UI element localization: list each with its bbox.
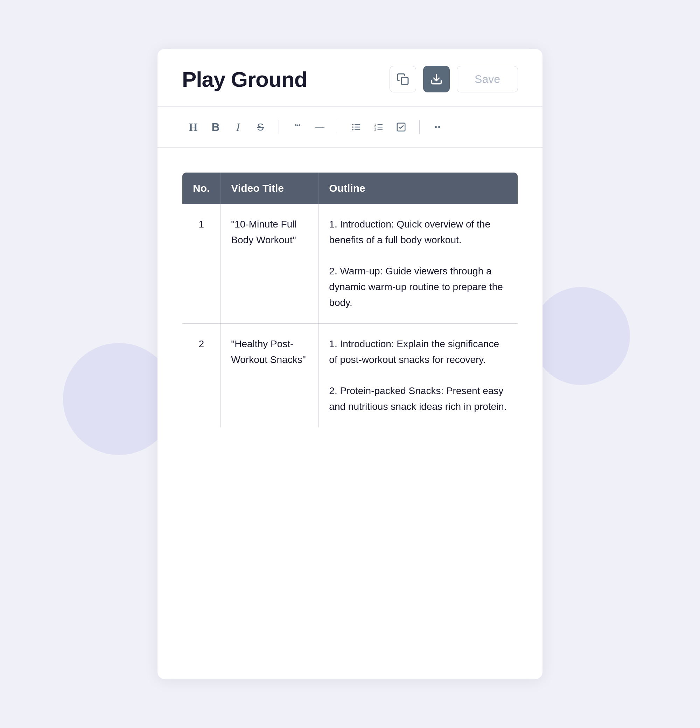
strikethrough-button[interactable]: S xyxy=(251,117,270,137)
svg-text:2: 2 xyxy=(374,128,376,131)
checkbox-icon xyxy=(396,122,406,132)
checkbox-button[interactable] xyxy=(391,117,411,137)
toolbar-group-block: ““ — xyxy=(286,117,331,137)
table-row: 1 "10-Minute Full Body Workout" 1. Intro… xyxy=(182,204,518,324)
bullet-list-button[interactable] xyxy=(346,117,366,137)
more-options-button[interactable]: •• xyxy=(428,117,447,137)
cell-outline-1: 1. Introduction: Quick overview of the b… xyxy=(319,204,518,324)
decoration-blob-right xyxy=(532,287,630,385)
header-actions: Save xyxy=(390,66,518,92)
download-button[interactable] xyxy=(423,66,450,92)
content-area: No. Video Title Outline 1 "10-Minute Ful… xyxy=(157,148,543,442)
quote-button[interactable]: ““ xyxy=(287,117,307,137)
numbered-list-icon: 1 ½ 2 xyxy=(374,122,384,132)
copy-icon xyxy=(397,73,409,85)
bullet-list-icon xyxy=(351,122,362,132)
download-icon xyxy=(430,73,443,85)
col-header-title: Video Title xyxy=(221,173,319,204)
cell-title-1: "10-Minute Full Body Workout" xyxy=(221,204,319,324)
bold-button[interactable]: B xyxy=(206,117,225,137)
cell-outline-2: 1. Introduction: Explain the significanc… xyxy=(319,324,518,428)
col-header-no: No. xyxy=(182,173,221,204)
svg-point-5 xyxy=(352,124,354,125)
table-row: 2 "Healthy Post-Workout Snacks" 1. Intro… xyxy=(182,324,518,428)
main-card: Play Ground xyxy=(157,49,543,679)
copy-button[interactable] xyxy=(390,66,416,92)
toolbar-sep-3 xyxy=(419,120,420,134)
cell-no-1: 1 xyxy=(182,204,221,324)
heading-button[interactable]: H xyxy=(183,117,203,137)
toolbar-sep-1 xyxy=(279,120,279,134)
svg-point-7 xyxy=(352,129,354,130)
page-wrapper: Play Ground xyxy=(0,0,700,728)
divider-button[interactable]: — xyxy=(310,117,329,137)
cell-title-2: "Healthy Post-Workout Snacks" xyxy=(221,324,319,428)
toolbar: H B I S ““ — xyxy=(157,107,543,148)
svg-point-6 xyxy=(352,126,354,128)
svg-rect-0 xyxy=(401,78,408,85)
col-header-outline: Outline xyxy=(319,173,518,204)
toolbar-group-more: •• xyxy=(427,117,449,137)
data-table: No. Video Title Outline 1 "10-Minute Ful… xyxy=(182,172,518,428)
toolbar-group-list: 1 ½ 2 xyxy=(345,117,412,137)
save-button[interactable]: Save xyxy=(457,66,518,92)
table-header-row: No. Video Title Outline xyxy=(182,173,518,204)
numbered-list-button[interactable]: 1 ½ 2 xyxy=(369,117,388,137)
cell-no-2: 2 xyxy=(182,324,221,428)
page-title: Play Ground xyxy=(182,67,307,92)
header: Play Ground xyxy=(157,49,543,107)
italic-button[interactable]: I xyxy=(228,117,248,137)
toolbar-group-format: H B I S xyxy=(182,117,271,137)
